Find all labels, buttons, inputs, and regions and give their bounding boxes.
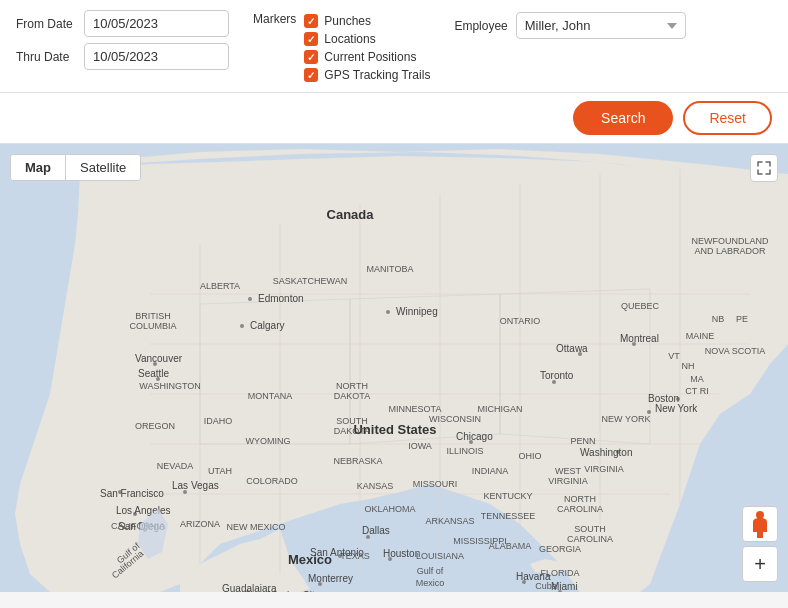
svg-text:CAROLINA: CAROLINA [567, 534, 613, 544]
svg-text:NEW MEXICO: NEW MEXICO [226, 522, 285, 532]
svg-text:Vancouver: Vancouver [135, 353, 183, 364]
pegman-icon [749, 510, 771, 538]
map-svg: Canada United States Mexico Gulf of Mexi… [0, 144, 788, 592]
svg-text:Mexico City: Mexico City [268, 590, 320, 592]
svg-point-132 [756, 511, 764, 519]
svg-text:Ottawa: Ottawa [556, 343, 588, 354]
svg-text:NH: NH [682, 361, 695, 371]
map-container: Canada United States Mexico Gulf of Mexi… [0, 144, 788, 592]
reset-button[interactable]: Reset [683, 101, 772, 135]
markers-label: Markers [253, 12, 296, 26]
svg-text:Los Angeles: Los Angeles [116, 505, 171, 516]
from-date-row: From Date [16, 10, 229, 37]
svg-text:ARKANSAS: ARKANSAS [425, 516, 474, 526]
svg-text:NORTH: NORTH [564, 494, 596, 504]
svg-text:NEBRASKA: NEBRASKA [333, 456, 382, 466]
svg-text:PENN: PENN [570, 436, 595, 446]
gps-trails-label: GPS Tracking Trails [324, 68, 430, 82]
pegman-button[interactable] [742, 506, 778, 542]
svg-text:Edmonton: Edmonton [258, 293, 304, 304]
tab-satellite[interactable]: Satellite [65, 155, 140, 180]
svg-text:ALBERTA: ALBERTA [200, 281, 240, 291]
svg-text:INDIANA: INDIANA [472, 466, 509, 476]
top-bar: From Date Thru Date Markers Punches Loca… [0, 0, 788, 93]
thru-date-label: Thru Date [16, 50, 76, 64]
svg-text:WASHINGTON: WASHINGTON [139, 381, 201, 391]
svg-text:NOVA SCOTIA: NOVA SCOTIA [705, 346, 765, 356]
svg-text:SOUTH: SOUTH [574, 524, 606, 534]
svg-text:BRITISH: BRITISH [135, 311, 171, 321]
svg-text:TENNESSEE: TENNESSEE [481, 511, 536, 521]
svg-text:KANSAS: KANSAS [357, 481, 394, 491]
gps-trails-checkbox[interactable] [304, 68, 318, 82]
marker-gps-trails[interactable]: GPS Tracking Trails [304, 68, 430, 82]
markers-checkboxes: Punches Locations Current Positions GPS … [304, 12, 430, 82]
svg-text:Toronto: Toronto [540, 370, 574, 381]
svg-text:Dallas: Dallas [362, 525, 390, 536]
svg-text:QUEBEC: QUEBEC [621, 301, 660, 311]
svg-text:Gulf of: Gulf of [417, 566, 444, 576]
svg-text:NORTH: NORTH [336, 381, 368, 391]
punches-label: Punches [324, 14, 371, 28]
svg-text:VIRGINIA: VIRGINIA [548, 476, 588, 486]
svg-text:DAKOTA: DAKOTA [334, 426, 370, 436]
svg-point-93 [647, 410, 651, 414]
svg-text:MAINE: MAINE [686, 331, 715, 341]
svg-text:COLORADO: COLORADO [246, 476, 298, 486]
svg-point-83 [386, 310, 390, 314]
date-fields: From Date Thru Date [16, 10, 229, 70]
svg-text:PE: PE [736, 314, 748, 324]
zoom-in-button[interactable]: + [742, 546, 778, 582]
svg-text:Calgary: Calgary [250, 320, 284, 331]
locations-checkbox[interactable] [304, 32, 318, 46]
svg-text:MANITOBA: MANITOBA [367, 264, 414, 274]
marker-punches[interactable]: Punches [304, 14, 430, 28]
svg-text:SOUTH: SOUTH [336, 416, 368, 426]
markers-group: Markers Punches Locations Current Positi… [253, 10, 430, 82]
svg-text:UTAH: UTAH [208, 466, 232, 476]
svg-text:Chicago: Chicago [456, 431, 493, 442]
fullscreen-button[interactable] [750, 154, 778, 182]
svg-text:Mexico: Mexico [416, 578, 445, 588]
current-positions-checkbox[interactable] [304, 50, 318, 64]
svg-text:VT: VT [668, 351, 680, 361]
svg-text:VIRGINIA: VIRGINIA [584, 464, 624, 474]
svg-text:Seattle: Seattle [138, 368, 170, 379]
svg-text:MISSISSIPPI: MISSISSIPPI [453, 536, 507, 546]
punches-checkbox[interactable] [304, 14, 318, 28]
svg-text:Winnipeg: Winnipeg [396, 306, 438, 317]
svg-text:WEST: WEST [555, 466, 582, 476]
from-date-label: From Date [16, 17, 76, 31]
employee-section: Employee Miller, John [454, 10, 685, 39]
svg-text:NB: NB [712, 314, 725, 324]
svg-text:Monterrey: Monterrey [308, 573, 353, 584]
tab-map[interactable]: Map [11, 155, 65, 180]
svg-text:KENTUCKY: KENTUCKY [483, 491, 532, 501]
svg-text:OKLAHOMA: OKLAHOMA [364, 504, 415, 514]
svg-text:Montreal: Montreal [620, 333, 659, 344]
map-tabs: Map Satellite [10, 154, 141, 181]
svg-text:MICHIGAN: MICHIGAN [478, 404, 523, 414]
svg-text:NEVADA: NEVADA [157, 461, 193, 471]
svg-text:Las Vegas: Las Vegas [172, 480, 219, 491]
svg-text:LOUISIANA: LOUISIANA [416, 551, 464, 561]
svg-text:San Antonio: San Antonio [310, 547, 364, 558]
svg-text:DAKOTA: DAKOTA [334, 391, 370, 401]
svg-text:Santo: Santo [656, 591, 680, 592]
employee-select[interactable]: Miller, John [516, 12, 686, 39]
svg-point-81 [240, 324, 244, 328]
from-date-input[interactable] [84, 10, 229, 37]
employee-label: Employee [454, 19, 507, 33]
svg-text:Cuba: Cuba [535, 581, 557, 591]
zoom-in-icon: + [754, 553, 766, 576]
thru-date-input[interactable] [84, 43, 229, 70]
search-button[interactable]: Search [573, 101, 673, 135]
marker-current-positions[interactable]: Current Positions [304, 50, 430, 64]
svg-text:OREGON: OREGON [135, 421, 175, 431]
svg-text:SASKATCHEWAN: SASKATCHEWAN [273, 276, 348, 286]
svg-text:MA: MA [690, 374, 704, 384]
svg-text:NEW YORK: NEW YORK [602, 414, 651, 424]
marker-locations[interactable]: Locations [304, 32, 430, 46]
svg-text:CAROLINA: CAROLINA [557, 504, 603, 514]
svg-text:MINNESOTA: MINNESOTA [389, 404, 442, 414]
